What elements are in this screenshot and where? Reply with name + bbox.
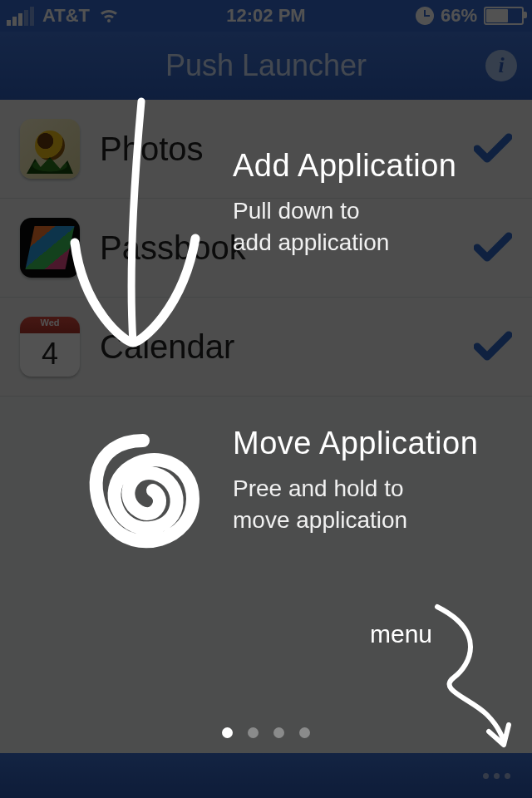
- menu-arrow-icon: [421, 598, 520, 748]
- tip-desc: Pull down to add application: [233, 195, 507, 259]
- tip-desc: Pree and hold to move application: [233, 473, 515, 536]
- pull-down-arrow-icon: [50, 93, 216, 359]
- press-hold-scribble-icon: [60, 416, 226, 582]
- page-indicator: [0, 727, 532, 738]
- page-dot[interactable]: [273, 727, 284, 738]
- screen: AT&T 12:02 PM 66% Push Launcher i Photos: [0, 0, 532, 798]
- tip-move-application: Move Application Pree and hold to move a…: [233, 426, 515, 536]
- page-dot[interactable]: [222, 727, 233, 738]
- tip-title: Move Application: [233, 426, 515, 461]
- tip-add-application: Add Application Pull down to add applica…: [233, 148, 507, 259]
- tip-title: Add Application: [233, 148, 507, 184]
- page-dot[interactable]: [248, 727, 259, 738]
- tutorial-overlay[interactable]: Add Application Pull down to add applica…: [0, 0, 532, 798]
- page-dot[interactable]: [299, 727, 310, 738]
